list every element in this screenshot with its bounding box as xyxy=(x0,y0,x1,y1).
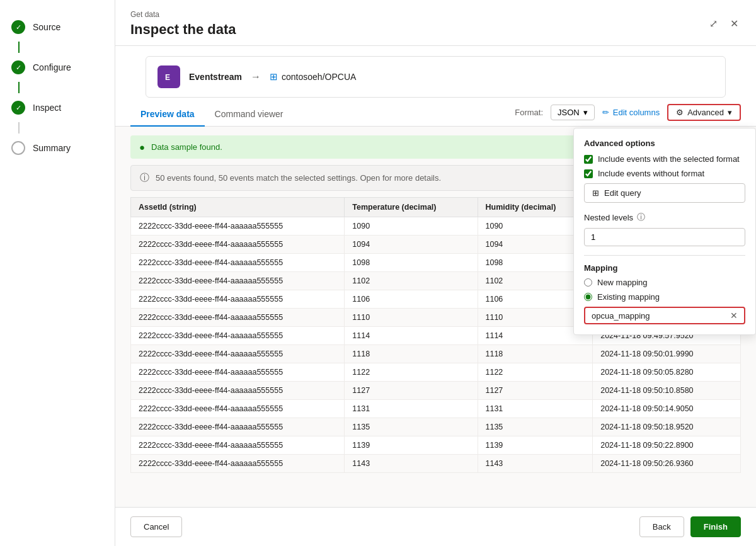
table-cell: 2024-11-18 09:50:01.9990 xyxy=(593,345,741,363)
radio-row-new-mapping: New mapping xyxy=(584,278,745,287)
tabs-left: Preview data Command viewer xyxy=(130,104,294,126)
info-icon[interactable]: ⓘ xyxy=(637,212,645,223)
nested-levels-row: Nested levels ⓘ xyxy=(584,212,745,223)
table-cell: 2222cccc-33dd-eeee-ff44-aaaaaa555555 xyxy=(131,436,345,455)
header-left: Get data Inspect the data xyxy=(130,10,236,38)
table-cell: 2024-11-18 09:50:22.8900 xyxy=(593,436,741,455)
col-temperature: Temperature (decimal) xyxy=(345,198,478,217)
finish-button[interactable]: Finish xyxy=(690,516,741,537)
edit-query-icon: ⊞ xyxy=(592,188,599,198)
table-cell: 1114 xyxy=(345,327,478,345)
info-alert-icon: ⓘ xyxy=(140,172,149,184)
sidebar-item-inspect[interactable]: ✓ Inspect xyxy=(0,93,115,122)
table-cell: 1143 xyxy=(478,455,593,473)
checkbox-include-events-no-format[interactable] xyxy=(584,169,593,178)
footer-right: Back Finish xyxy=(639,516,741,537)
table-row: 2222cccc-33dd-eeee-ff44-aaaaaa5555551127… xyxy=(131,382,741,400)
advanced-label: Advanced xyxy=(687,108,724,117)
table-row: 2222cccc-33dd-eeee-ff44-aaaaaa5555551131… xyxy=(131,400,741,418)
sidebar-item-source[interactable]: ✓ Source xyxy=(0,13,115,42)
checkbox-label-1: Include events with the selected format xyxy=(598,154,740,164)
clear-mapping-icon[interactable]: ✕ xyxy=(730,310,738,321)
table-row: 2222cccc-33dd-eeee-ff44-aaaaaa5555551139… xyxy=(131,436,741,455)
checkbox-row-1: Include events with the selected format xyxy=(584,154,745,164)
nested-levels-label: Nested levels xyxy=(584,213,633,222)
col-assetid: AssetId (string) xyxy=(131,198,345,217)
table-cell: 1118 xyxy=(478,345,593,363)
table-row: 2222cccc-33dd-eeee-ff44-aaaaaa5555551118… xyxy=(131,345,741,363)
table-cell: 1127 xyxy=(345,382,478,400)
table-cell: 2222cccc-33dd-eeee-ff44-aaaaaa555555 xyxy=(131,382,345,400)
expand-icon[interactable]: ⤢ xyxy=(707,15,720,32)
radio-existing-mapping[interactable] xyxy=(584,293,592,301)
dest-icon: ⊞ contosoeh/OPCUA xyxy=(270,71,356,82)
table-cell: 2222cccc-33dd-eeee-ff44-aaaaaa555555 xyxy=(131,418,345,436)
radio-new-mapping[interactable] xyxy=(584,278,592,287)
table-icon: ⊞ xyxy=(270,71,278,82)
table-cell: 1131 xyxy=(478,400,593,418)
table-cell: 2024-11-18 09:50:26.9360 xyxy=(593,455,741,473)
sidebar-item-summary[interactable]: Summary xyxy=(0,134,115,162)
connector-inspect-summary xyxy=(18,122,20,134)
table-cell: 1118 xyxy=(345,345,478,363)
table-cell: 1106 xyxy=(345,290,478,309)
checkbox-row-2: Include events without format xyxy=(584,169,745,178)
checkbox-label-2: Include events without format xyxy=(598,169,704,178)
table-cell: 2024-11-18 09:50:14.9050 xyxy=(593,400,741,418)
table-cell: 2222cccc-33dd-eeee-ff44-aaaaaa555555 xyxy=(131,290,345,309)
pencil-icon: ✏ xyxy=(602,108,609,117)
advanced-panel: Advanced options Include events with the… xyxy=(573,128,756,335)
header-subtitle: Get data xyxy=(130,10,236,19)
edit-columns-label: Edit columns xyxy=(613,108,660,117)
table-cell: 1135 xyxy=(345,418,478,436)
tab-command-viewer[interactable]: Command viewer xyxy=(205,104,294,127)
chevron-down-icon-advanced: ▾ xyxy=(728,108,732,117)
footer-left: Cancel xyxy=(130,516,182,537)
table-cell: 2222cccc-33dd-eeee-ff44-aaaaaa555555 xyxy=(131,345,345,363)
step-circle-source: ✓ xyxy=(11,20,25,34)
sidebar: ✓ Source ✓ Configure ✓ Inspect Summary xyxy=(0,0,115,546)
checkbox-include-events-format[interactable] xyxy=(584,155,593,164)
main-header: Get data Inspect the data ⤢ ✕ xyxy=(115,0,756,46)
svg-text:E: E xyxy=(165,73,170,82)
back-button[interactable]: Back xyxy=(639,516,684,537)
sidebar-item-configure[interactable]: ✓ Configure xyxy=(0,53,115,82)
format-label: Format: xyxy=(515,108,543,117)
table-cell: 2024-11-18 09:50:10.8580 xyxy=(593,382,741,400)
new-mapping-label: New mapping xyxy=(597,278,648,287)
table-cell: 1131 xyxy=(345,400,478,418)
advanced-button[interactable]: ⚙ Advanced ▾ xyxy=(667,104,741,121)
edit-columns-button[interactable]: ✏ Edit columns xyxy=(602,108,660,117)
format-select[interactable]: JSON ▾ xyxy=(551,105,595,120)
table-cell: 2222cccc-33dd-eeee-ff44-aaaaaa555555 xyxy=(131,455,345,473)
mapping-title: Mapping xyxy=(584,263,745,273)
source-bar-wrapper: E Eventstream → ⊞ contosoeh/OPCUA xyxy=(115,46,756,98)
arrow-icon: → xyxy=(251,71,261,82)
main-content: Get data Inspect the data ⤢ ✕ E Eventstr… xyxy=(115,0,756,546)
table-cell: 1122 xyxy=(345,363,478,382)
sidebar-label-inspect: Inspect xyxy=(33,103,61,113)
advanced-options-title: Advanced options xyxy=(584,139,745,148)
table-cell: 2024-11-18 09:50:18.9520 xyxy=(593,418,741,436)
connector-source-configure xyxy=(18,42,20,53)
tabs-bar-wrapper: Preview data Command viewer Format: JSON… xyxy=(115,98,756,127)
sidebar-label-source: Source xyxy=(33,22,60,32)
step-circle-inspect: ✓ xyxy=(11,101,25,115)
close-icon[interactable]: ✕ xyxy=(728,15,741,32)
edit-query-button[interactable]: ⊞ Edit query xyxy=(584,183,745,203)
mapping-input-row: ✕ xyxy=(584,307,745,324)
eventstream-icon: E xyxy=(158,65,180,88)
table-cell: 2222cccc-33dd-eeee-ff44-aaaaaa555555 xyxy=(131,400,345,418)
existing-mapping-label: Existing mapping xyxy=(597,292,660,302)
cancel-button[interactable]: Cancel xyxy=(130,516,182,537)
table-cell: 1139 xyxy=(478,436,593,455)
table-cell: 1143 xyxy=(345,455,478,473)
table-cell: 2222cccc-33dd-eeee-ff44-aaaaaa555555 xyxy=(131,327,345,345)
success-icon: ● xyxy=(139,142,145,152)
tab-preview-data[interactable]: Preview data xyxy=(130,104,205,127)
table-cell: 2222cccc-33dd-eeee-ff44-aaaaaa555555 xyxy=(131,217,345,236)
table-cell: 2222cccc-33dd-eeee-ff44-aaaaaa555555 xyxy=(131,309,345,327)
nested-levels-input[interactable] xyxy=(584,228,745,246)
table-cell: 1090 xyxy=(345,217,478,236)
mapping-value-input[interactable] xyxy=(592,311,726,321)
